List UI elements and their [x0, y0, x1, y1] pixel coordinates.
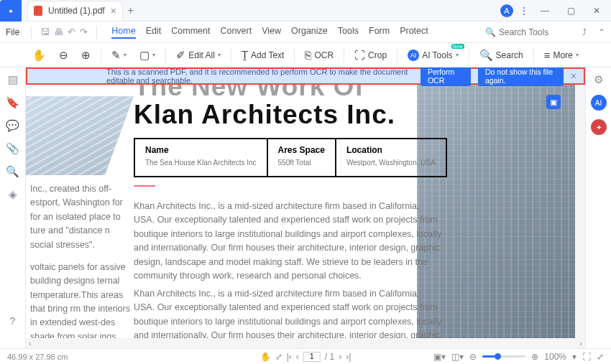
- hand-mode-icon[interactable]: ✋: [260, 352, 271, 362]
- attachments-icon[interactable]: 📎: [6, 142, 19, 155]
- highlight-button[interactable]: ✎▾: [107, 46, 131, 65]
- menu-tools[interactable]: Tools: [338, 26, 359, 39]
- comments-icon[interactable]: 💬: [6, 119, 19, 132]
- hand-tool-button[interactable]: ✋: [28, 46, 50, 65]
- document-area: This is a scanned PDF, and it is recomme…: [26, 67, 585, 348]
- print-icon[interactable]: 🖶: [54, 27, 63, 37]
- workspace: ▤ 🔖 💬 📎 🔍 ◈ ? This is a scanned PDF, and…: [0, 67, 611, 348]
- vertical-scrollbar[interactable]: [575, 67, 585, 348]
- select-mode-icon[interactable]: ⤢: [275, 352, 282, 362]
- page-number-input[interactable]: [303, 352, 321, 362]
- separator: [469, 48, 469, 62]
- file-menu[interactable]: File: [6, 27, 19, 37]
- separator: [294, 48, 295, 62]
- info-cell-space: Ares Space 550ft Total: [268, 139, 336, 176]
- edit-all-button[interactable]: ✐Edit All▾: [172, 46, 225, 65]
- accent-line: [134, 185, 155, 187]
- close-tab-icon[interactable]: ×: [111, 5, 116, 17]
- ai-assistant-icon[interactable]: AI: [591, 95, 607, 111]
- app-icon: ▪: [0, 0, 22, 22]
- divider: [31, 26, 32, 39]
- pencil-icon: ✐: [176, 49, 185, 62]
- dismiss-banner-button[interactable]: Do not show this file again.: [478, 67, 564, 86]
- zoom-out-icon[interactable]: ⊖: [469, 352, 477, 362]
- close-window-button[interactable]: ✕: [587, 1, 607, 20]
- reading-mode-icon[interactable]: ◫▾: [451, 352, 464, 362]
- menu-protect[interactable]: Protect: [400, 26, 428, 39]
- pdf-icon: [34, 6, 42, 16]
- more-icon: ≡: [544, 49, 551, 61]
- menu-form[interactable]: Form: [369, 26, 390, 39]
- ocr-icon: ⎘: [305, 49, 311, 61]
- kebab-menu-icon[interactable]: ⋮: [519, 5, 529, 17]
- redo-icon[interactable]: ↷: [80, 27, 88, 37]
- user-avatar[interactable]: A: [500, 4, 513, 17]
- menu-organize[interactable]: Organize: [291, 26, 328, 39]
- ai-chat-icon[interactable]: ✦: [591, 119, 607, 135]
- zoom-out-button[interactable]: ⊖: [55, 46, 73, 65]
- rectangle-icon: ▢: [139, 49, 150, 62]
- close-banner-icon[interactable]: ×: [571, 70, 576, 82]
- zoom-in-icon: ⊕: [81, 49, 91, 62]
- zoom-slider[interactable]: [482, 355, 525, 358]
- more-button[interactable]: ≡More▾: [540, 46, 583, 64]
- help-icon[interactable]: ?: [9, 314, 15, 327]
- menu-comment[interactable]: Comment: [171, 26, 210, 39]
- undo-icon[interactable]: ↶: [68, 27, 75, 37]
- layers-icon[interactable]: ◈: [9, 188, 17, 201]
- prev-page-icon[interactable]: ‹: [296, 352, 299, 362]
- fit-width-icon[interactable]: ⛶: [582, 352, 591, 362]
- search-tools[interactable]: 🔍: [485, 27, 571, 37]
- info-cell-name: Name The Sea House Klan Architects Inc: [135, 139, 268, 176]
- share-icon[interactable]: ⤴: [582, 27, 587, 37]
- separator: [397, 48, 398, 62]
- zoom-level[interactable]: 100%: [544, 352, 566, 362]
- thumbnails-icon[interactable]: ▤: [8, 73, 18, 86]
- search-icon: 🔍: [485, 27, 496, 37]
- left-sidebar: ▤ 🔖 💬 📎 🔍 ◈ ?: [0, 67, 26, 348]
- zoom-in-icon[interactable]: ⊕: [531, 352, 538, 362]
- ai-tools-button[interactable]: AIAI Tools▾New: [403, 47, 462, 64]
- scroll-right-icon[interactable]: ›: [580, 340, 582, 347]
- menu-home[interactable]: Home: [111, 26, 135, 39]
- banner-text: This is a scanned PDF, and it is recomme…: [106, 67, 413, 85]
- next-page-icon[interactable]: ›: [339, 352, 341, 362]
- shape-button[interactable]: ▢▾: [135, 46, 160, 65]
- ocr-button[interactable]: ⎘OCR: [300, 46, 338, 64]
- minimize-button[interactable]: —: [535, 1, 555, 20]
- save-icon[interactable]: 🖫: [40, 27, 50, 37]
- page-total: / 1: [325, 352, 334, 362]
- properties-icon[interactable]: ⚙: [594, 73, 603, 86]
- ai-icon: AI: [408, 50, 419, 61]
- collapse-ribbon-icon[interactable]: ⌃: [598, 27, 605, 37]
- main-menu: Home Edit Comment Convert View Organize …: [111, 26, 428, 39]
- page-nav: ✋ ⤢ |‹ ‹ / 1 › ›|: [260, 352, 352, 362]
- menu-edit[interactable]: Edit: [146, 26, 162, 39]
- status-bar: 46.99 x 27.98 cm ✋ ⤢ |‹ ‹ / 1 › ›| ▣▾ ◫▾…: [0, 348, 611, 364]
- document-tab[interactable]: Untitled (1).pdf ×: [27, 1, 123, 21]
- horizontal-scrollbar[interactable]: ‹ ›: [26, 338, 585, 348]
- separator: [231, 48, 231, 62]
- maximize-button[interactable]: ▢: [561, 1, 581, 20]
- fullscreen-icon[interactable]: ⤢: [597, 352, 604, 362]
- right-sidebar: ⚙ AI ✦: [585, 67, 611, 348]
- menu-convert[interactable]: Convert: [220, 26, 252, 39]
- search-panel-icon[interactable]: 🔍: [6, 165, 19, 178]
- text-icon: Ṯ: [242, 49, 248, 62]
- search-button[interactable]: 🔍Search: [475, 46, 528, 65]
- first-page-icon[interactable]: |‹: [287, 352, 292, 362]
- last-page-icon[interactable]: ›|: [346, 352, 351, 362]
- content-badge-icon[interactable]: ▣: [546, 95, 561, 109]
- search-input[interactable]: [499, 27, 571, 37]
- scroll-left-icon[interactable]: ‹: [29, 340, 31, 347]
- new-tab-button[interactable]: +: [127, 4, 134, 17]
- fit-page-icon[interactable]: ▣▾: [433, 352, 446, 362]
- add-text-button[interactable]: ṮAdd Text: [237, 46, 288, 65]
- perform-ocr-button[interactable]: Perform OCR: [421, 67, 471, 86]
- info-table: Name The Sea House Klan Architects Inc A…: [134, 138, 447, 177]
- menu-view[interactable]: View: [262, 26, 281, 39]
- crop-button[interactable]: ⛶Crop: [350, 46, 391, 64]
- bookmarks-icon[interactable]: 🔖: [6, 96, 19, 109]
- pdf-page[interactable]: ▣ The New Work Of Klan Architects Inc. N…: [26, 67, 575, 348]
- zoom-in-button[interactable]: ⊕: [77, 46, 95, 65]
